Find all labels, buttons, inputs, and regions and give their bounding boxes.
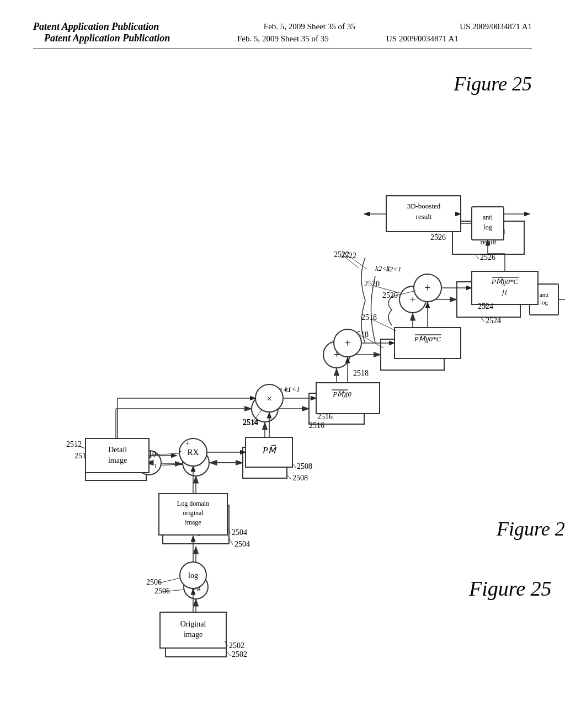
svg-text:image: image bbox=[186, 639, 205, 647]
svg-text:+: + bbox=[410, 294, 415, 305]
header-publication-label: Patent Application Publication bbox=[33, 20, 159, 34]
svg-text:2516: 2516 bbox=[309, 421, 324, 430]
svg-text:image: image bbox=[106, 464, 125, 472]
svg-text:+: + bbox=[334, 349, 339, 360]
svg-text:1: 1 bbox=[200, 446, 204, 453]
svg-text:Figure 25: Figure 25 bbox=[496, 518, 565, 540]
svg-text:2514: 2514 bbox=[243, 419, 258, 427]
svg-text:1: 1 bbox=[154, 462, 157, 470]
header-date-sheet: Feb. 5, 2009 Sheet 35 of 35 bbox=[264, 20, 355, 33]
svg-text:anti: anti bbox=[540, 291, 549, 298]
figure-label: Figure 25 bbox=[454, 72, 532, 95]
svg-text:×: × bbox=[262, 404, 267, 414]
svg-text:PM: PM bbox=[483, 288, 494, 296]
svg-text:-: - bbox=[180, 461, 182, 468]
svg-text:k1<1: k1<1 bbox=[276, 386, 291, 394]
svg-text:2526: 2526 bbox=[480, 253, 495, 261]
page: Patent Application Publication Feb. 5, 2… bbox=[0, 0, 565, 728]
header-patent-number: US 2009/0034871 A1 bbox=[460, 20, 532, 33]
svg-rect-44 bbox=[381, 339, 444, 370]
svg-line-93 bbox=[475, 254, 479, 259]
svg-text:+: + bbox=[146, 453, 151, 462]
svg-text:2502: 2502 bbox=[232, 650, 247, 659]
svg-line-6 bbox=[226, 651, 231, 656]
svg-text:2508: 2508 bbox=[292, 474, 308, 482]
svg-text:2518: 2518 bbox=[353, 330, 369, 339]
svg-text:j1: j1 bbox=[485, 298, 491, 306]
svg-text:)j0*C: )j0*C bbox=[419, 346, 435, 354]
svg-text:2522: 2522 bbox=[334, 250, 349, 259]
svg-text:2518: 2518 bbox=[353, 369, 369, 377]
svg-text:-: - bbox=[144, 462, 146, 470]
svg-line-67 bbox=[345, 257, 359, 268]
svg-text:original: original bbox=[185, 520, 206, 527]
header: Patent Application Publication Feb. 5, 2… bbox=[0, 0, 565, 39]
svg-text:PM: PM bbox=[331, 401, 343, 409]
svg-text:Original: Original bbox=[183, 630, 209, 638]
svg-text:k2<1: k2<1 bbox=[375, 264, 391, 272]
svg-text:RX: RX bbox=[190, 459, 201, 467]
svg-text:)j0*C: )j0*C bbox=[495, 288, 511, 296]
diagram-svg: Original image 2502 log 2506 Log domain … bbox=[0, 39, 565, 701]
svg-text:2524: 2524 bbox=[486, 317, 501, 325]
svg-text:result: result bbox=[481, 238, 497, 246]
svg-text:+: + bbox=[188, 451, 191, 459]
svg-line-69 bbox=[373, 286, 399, 293]
svg-text:)j0: )j0 bbox=[345, 401, 354, 409]
diagram-area: Original image 2502 log 2506 Log domain … bbox=[0, 39, 565, 701]
svg-text:3D-boosted: 3D-boosted bbox=[472, 227, 505, 235]
svg-text:image: image bbox=[188, 528, 204, 536]
svg-text:Log domain: Log domain bbox=[180, 511, 212, 518]
svg-text:PM: PM bbox=[407, 346, 418, 354]
svg-text:2506: 2506 bbox=[154, 587, 170, 595]
svg-line-29 bbox=[287, 475, 291, 479]
svg-text:PM: PM bbox=[258, 457, 271, 466]
svg-text:log: log bbox=[191, 583, 201, 591]
svg-text:2504: 2504 bbox=[234, 540, 250, 548]
svg-line-18 bbox=[229, 538, 233, 545]
svg-text:Detail: Detail bbox=[106, 453, 125, 462]
svg-text:log: log bbox=[540, 299, 548, 306]
